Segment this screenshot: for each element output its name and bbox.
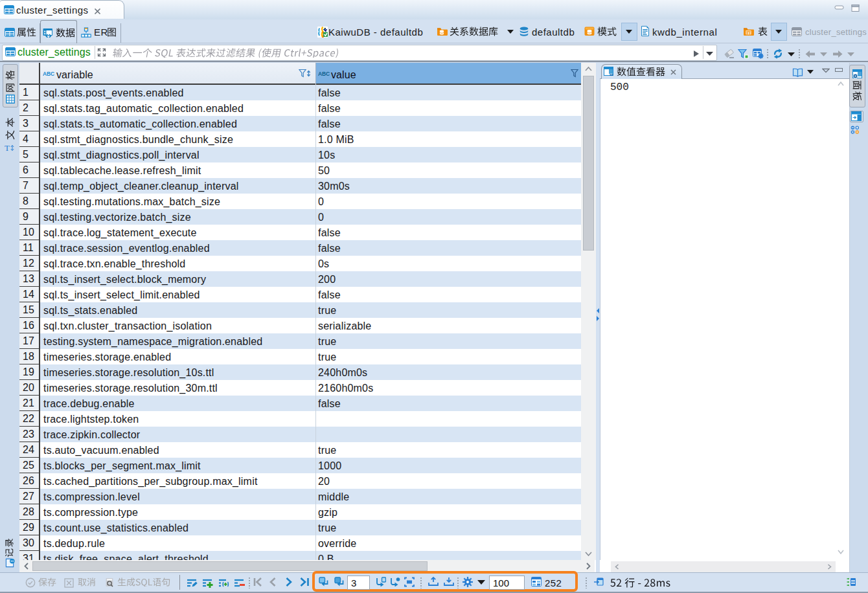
svg-text:T: T [5,143,10,153]
